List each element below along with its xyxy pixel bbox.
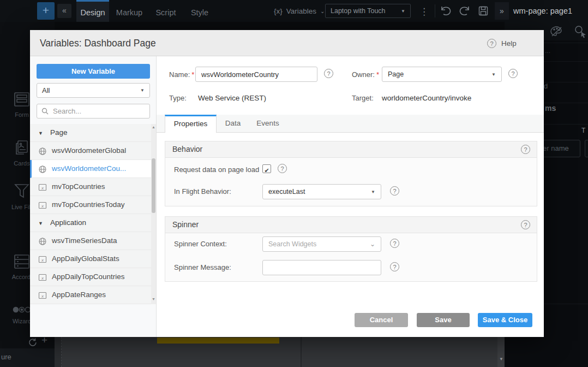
wizard-icon <box>12 306 32 313</box>
model-variable-icon: x <box>38 273 47 282</box>
scroll-up-icon[interactable]: ▲ <box>152 125 155 129</box>
palette-icon[interactable] <box>549 25 563 38</box>
request-data-checkbox[interactable]: ✔ <box>262 164 271 173</box>
form-icon <box>14 92 30 107</box>
page-breadcrumb: wm-page: page1 <box>513 0 572 22</box>
target-value: worldometerCountry/invoke <box>382 94 471 102</box>
section-help-icon[interactable]: ? <box>521 145 530 154</box>
variable-item[interactable]: x mvTopCountries <box>30 178 156 196</box>
variable-item[interactable]: wsvTimeSeriesData <box>30 232 156 250</box>
tab-data[interactable]: Data <box>217 115 249 132</box>
variable-item[interactable]: x AppDateRanges <box>30 286 156 304</box>
refresh-icon[interactable] <box>28 338 37 347</box>
spinner-section-title: Spinner <box>172 217 199 233</box>
svg-text:x: x <box>41 294 44 299</box>
panel-text-fragment: ms <box>545 104 556 113</box>
svg-text:x: x <box>41 186 44 191</box>
request-data-label: Request data on page load <box>174 165 259 174</box>
field-help-icon[interactable]: ? <box>390 262 399 271</box>
list-scrollbar[interactable] <box>151 124 156 304</box>
field-help-icon[interactable]: ? <box>278 164 287 173</box>
save-icon[interactable] <box>478 5 489 16</box>
tab-markup[interactable]: Markup <box>112 0 147 22</box>
more-options-icon[interactable]: ⋮ <box>419 6 429 17</box>
spinner-section-header <box>165 217 537 233</box>
tab-script[interactable]: Script <box>151 0 181 22</box>
canvas-left-ruler <box>55 337 62 367</box>
section-help-icon[interactable]: ? <box>521 220 530 229</box>
inspect-cursor-icon[interactable] <box>573 24 587 38</box>
variable-group-page[interactable]: ▼ Page <box>30 124 156 142</box>
variables-menu-label: Variables <box>286 7 316 15</box>
variable-item[interactable]: x AppDailyTopCountries <box>30 268 156 286</box>
variable-search[interactable] <box>37 104 150 119</box>
help-icon[interactable]: ? <box>487 39 496 48</box>
spinner-message-label: Spinner Message: <box>174 263 231 271</box>
web-service-icon <box>38 165 47 174</box>
new-variable-button[interactable]: New Variable <box>37 64 150 79</box>
spinner-context-placeholder: Search Widgets <box>268 240 316 248</box>
target-label: Target: <box>352 94 374 102</box>
canvas-scrollbar[interactable] <box>497 337 505 367</box>
save-close-button[interactable]: Save & Close <box>478 313 532 327</box>
owner-select[interactable]: Page ▼ <box>382 67 502 82</box>
owner-label: Owner:* <box>352 70 379 79</box>
scroll-down-icon[interactable]: ▼ <box>499 357 503 362</box>
field-help-icon[interactable]: ? <box>324 69 333 78</box>
owner-select-value: Page <box>388 70 404 78</box>
scroll-down-icon[interactable]: ▼ <box>152 297 155 301</box>
search-input[interactable] <box>52 106 136 116</box>
panel-text-fragment: ... <box>545 47 550 55</box>
variable-group-application[interactable]: ▼ Application <box>30 214 156 232</box>
variables-dialog: Variables: Dashboard Page ? Help New Var… <box>30 30 544 337</box>
chevron-down-icon: ▼ <box>371 190 375 194</box>
collapse-arrow-icon: ▼ <box>38 131 43 136</box>
variables-braces-icon: {x} <box>274 7 283 15</box>
add-page-button[interactable]: + <box>37 2 55 20</box>
help-link[interactable]: Help <box>501 39 517 48</box>
inflight-select[interactable]: executeLast ▼ <box>262 184 381 199</box>
svg-text:x: x <box>41 204 44 209</box>
name-input[interactable] <box>195 67 317 82</box>
field-help-icon[interactable]: ? <box>508 69 518 78</box>
chevron-down-icon: ▼ <box>401 9 405 14</box>
variable-filter-select[interactable]: All ▼ <box>37 83 150 98</box>
required-mark: * <box>376 70 379 79</box>
svg-text:x: x <box>41 258 44 263</box>
behavior-section: Behavior ? Request data on page load ✔ ?… <box>165 141 537 206</box>
redo-icon[interactable] <box>459 5 471 16</box>
save-button[interactable]: Save <box>417 313 470 327</box>
variable-item-selected[interactable]: wsvWorldometerCou... <box>30 160 156 178</box>
panel-text-fragment: d <box>544 82 548 90</box>
bottom-text-fragment: ure <box>1 353 11 361</box>
variable-item[interactable]: wsvWordometerGlobal <box>30 142 156 160</box>
variable-item[interactable]: x mvTopCountriesToday <box>30 196 156 214</box>
expand-right-icon[interactable]: » <box>495 2 509 20</box>
type-label: Type: <box>169 94 187 102</box>
variables-menu[interactable]: {x} Variables ⌄ <box>274 0 325 22</box>
web-service-icon <box>38 147 47 156</box>
tab-events[interactable]: Events <box>249 115 286 132</box>
tab-style[interactable]: Style <box>185 0 214 22</box>
design-canvas <box>55 337 505 367</box>
field-help-icon[interactable]: ? <box>390 186 399 196</box>
required-mark: * <box>191 70 194 79</box>
model-variable-icon: x <box>38 255 47 264</box>
panel-label-fragment: T <box>581 127 585 134</box>
spinner-context-select[interactable]: Search Widgets ⌄ <box>262 236 381 252</box>
list-scrollbar-thumb[interactable] <box>152 158 155 213</box>
card-icon <box>14 139 30 156</box>
variable-item[interactable]: x AppDailyGlobalStats <box>30 250 156 268</box>
tab-properties[interactable]: Properties <box>165 115 217 133</box>
panel-name-input[interactable]: er name <box>539 140 580 157</box>
chevron-down-icon: ▼ <box>140 88 145 93</box>
field-help-icon[interactable]: ? <box>390 239 399 248</box>
panel-input[interactable] <box>585 140 588 157</box>
undo-icon[interactable] <box>440 5 452 16</box>
device-selector[interactable]: Laptop with Touch ▼ <box>325 4 411 18</box>
collapse-left-icon[interactable]: « <box>57 4 71 18</box>
tab-design[interactable]: Design <box>76 0 109 22</box>
cancel-button[interactable]: Cancel <box>355 313 408 327</box>
funnel-icon <box>14 183 30 199</box>
spinner-message-input[interactable] <box>262 260 381 275</box>
